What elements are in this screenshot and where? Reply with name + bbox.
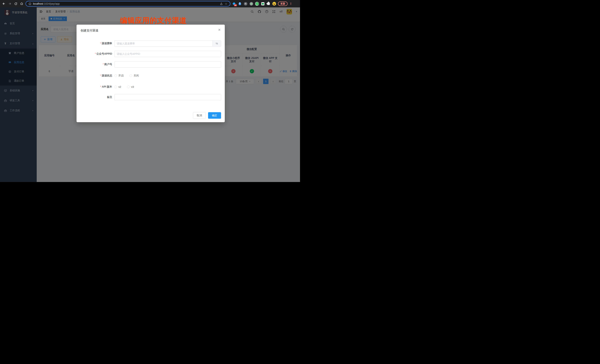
create-channel-dialog: 创建支付渠道 ✕ *渠道费率 % *公众号APPID *商户号	[76, 25, 225, 122]
address-bar[interactable]: localhost:1024/pay/app ☆	[26, 1, 230, 7]
radio-circle-icon	[127, 86, 130, 88]
radio-circle-icon	[114, 86, 117, 88]
appid-input[interactable]	[114, 51, 221, 57]
required-asterisk: *	[100, 85, 101, 88]
home-icon[interactable]	[20, 2, 24, 6]
dialog-footer: 取消 确定	[193, 112, 221, 119]
back-icon[interactable]	[2, 2, 6, 6]
confirm-button[interactable]: 确定	[208, 112, 221, 119]
required-asterisk: *	[100, 74, 101, 77]
radio-status-open[interactable]: 开启	[114, 74, 124, 77]
rate-input[interactable]	[114, 40, 213, 47]
profile-emoji-icon[interactable]	[272, 2, 276, 6]
browser-update-button[interactable]: 更新	[278, 1, 288, 6]
field-remark: 备注	[76, 94, 225, 100]
url-text: localhost:1024/pay/app	[33, 2, 218, 5]
extensions-puzzle-icon[interactable]	[267, 2, 270, 6]
radio-api-v2[interactable]: v2	[114, 85, 121, 88]
extension-diamond-icon[interactable]: 10	[232, 2, 236, 6]
remark-input[interactable]	[114, 94, 221, 100]
radio-circle-icon	[130, 74, 132, 77]
radio-circle-icon	[114, 74, 117, 77]
bookmark-star-icon[interactable]: ☆	[225, 2, 228, 5]
extension-dot-icon[interactable]	[249, 2, 253, 6]
extension-tray: 10 ⌘ y	[232, 2, 276, 6]
field-api-version: *API 版本 v2 v3	[76, 84, 225, 90]
reload-icon[interactable]	[14, 2, 18, 6]
percent-suffix: %	[213, 40, 221, 47]
extension-chat-icon[interactable]	[261, 2, 265, 6]
merchant-input[interactable]	[114, 61, 221, 68]
forward-icon[interactable]	[8, 2, 12, 6]
field-rate: *渠道费率 %	[76, 40, 225, 47]
extension-balloon-icon[interactable]	[238, 2, 242, 6]
radio-api-v3[interactable]: v3	[127, 85, 134, 88]
site-info-icon[interactable]	[28, 2, 31, 5]
share-icon[interactable]	[220, 2, 223, 5]
annotation-text: 编辑应用的支付渠道	[120, 16, 187, 26]
dialog-title: 创建支付渠道	[81, 29, 98, 33]
cancel-button[interactable]: 取消	[193, 112, 206, 119]
field-appid: *公众号APPID	[76, 51, 225, 57]
browser-chrome: localhost:1024/pay/app ☆ 10 ⌘ y 更新 ⋮	[0, 0, 300, 7]
close-icon[interactable]: ✕	[218, 28, 221, 31]
required-asterisk: *	[103, 63, 104, 66]
radio-status-closed[interactable]: 关闭	[130, 74, 139, 77]
required-asterisk: *	[100, 42, 101, 45]
screen: localhost:1024/pay/app ☆ 10 ⌘ y 更新 ⋮ 芋道管…	[0, 0, 300, 182]
extension-y-icon[interactable]: y	[255, 2, 259, 6]
browser-menu-icon[interactable]: ⋮	[290, 3, 291, 4]
extension-command-icon[interactable]: ⌘	[244, 2, 247, 6]
required-asterisk: *	[95, 52, 96, 55]
field-status: *渠道状态 开启 关闭	[76, 73, 225, 79]
app-frame: 芋道管理系统 首页 系统管理 ▾ ¥ 支付管理 ▴	[0, 7, 300, 182]
field-merchant: *商户号	[76, 61, 225, 68]
